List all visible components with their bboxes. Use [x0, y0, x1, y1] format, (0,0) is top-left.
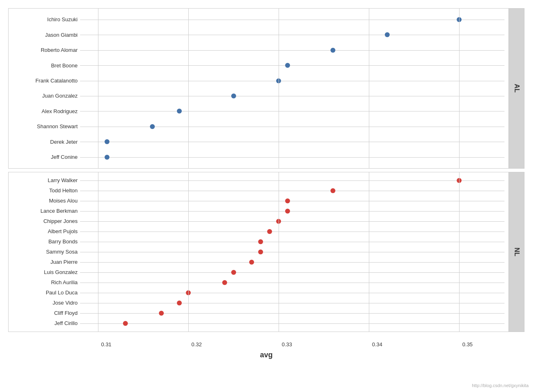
- player-name: Roberto Alomar: [9, 47, 80, 53]
- x-tick-label: 0.32: [192, 341, 202, 347]
- player-name: Barry Bonds: [9, 238, 80, 245]
- data-dot: [105, 139, 109, 144]
- player-name: Lance Berkman: [9, 208, 80, 214]
- player-name: Bret Boone: [9, 62, 80, 69]
- data-dot: [231, 94, 236, 98]
- player-name: Albert Pujols: [9, 228, 80, 234]
- player-name: Cliff Floyd: [9, 310, 80, 316]
- row-line-area: [80, 119, 504, 134]
- row-line: [80, 157, 504, 158]
- rows-container: Ichiro SuzukiJason GiambiRoberto AlomarB…: [9, 12, 504, 165]
- row-line-area: [80, 318, 504, 328]
- player-name: Jeff Conine: [9, 154, 80, 160]
- row-line: [80, 211, 504, 212]
- table-row: Jose Vidro: [9, 298, 504, 308]
- data-dot: [177, 301, 182, 305]
- player-name: Juan Gonzalez: [9, 93, 80, 99]
- table-row: Shannon Stewart: [9, 119, 504, 134]
- data-dot: [285, 63, 290, 68]
- panel-strip-label-NL: NL: [513, 247, 520, 256]
- row-line-area: [80, 206, 504, 216]
- row-line-area: [80, 27, 504, 42]
- player-name: Moises Alou: [9, 198, 80, 204]
- table-row: Albert Pujols: [9, 226, 504, 236]
- table-row: Juan Pierre: [9, 257, 504, 267]
- data-dot: [285, 209, 290, 214]
- data-dot: [123, 321, 128, 326]
- table-row: Frank Catalanotto: [9, 73, 504, 88]
- table-row: Cliff Floyd: [9, 308, 504, 318]
- row-line-area: [80, 58, 504, 73]
- row-line: [80, 111, 504, 111]
- table-row: Jason Giambi: [9, 27, 504, 42]
- data-dot: [231, 270, 236, 275]
- table-row: Chipper Jones: [9, 216, 504, 226]
- row-line-area: [80, 277, 504, 287]
- table-row: Barry Bonds: [9, 236, 504, 247]
- table-row: Rich Aurilia: [9, 277, 504, 287]
- data-dot: [285, 198, 290, 203]
- x-ticks: 0.310.320.330.340.35: [8, 338, 524, 347]
- panel-NL: Larry WalkerTodd HeltonMoises AlouLance …: [8, 172, 524, 332]
- row-line: [80, 65, 504, 66]
- data-dot: [385, 32, 390, 37]
- row-line: [80, 127, 504, 127]
- row-line: [80, 293, 504, 293]
- player-name: Todd Helton: [9, 187, 80, 194]
- row-line-area: [80, 12, 504, 27]
- row-line: [80, 191, 504, 191]
- x-tick-label: 0.31: [101, 341, 112, 347]
- row-line-area: [80, 73, 504, 88]
- panel-strip-NL: NL: [509, 172, 524, 332]
- table-row: Lance Berkman: [9, 206, 504, 216]
- row-line-area: [80, 226, 504, 236]
- x-axis-area: 0.310.320.330.340.35 avg: [8, 338, 524, 359]
- player-name: Shannon Stewart: [9, 123, 80, 129]
- table-row: Roberto Alomar: [9, 42, 504, 58]
- player-name: Jason Giambi: [9, 32, 80, 38]
- row-line: [80, 323, 504, 324]
- data-dot: [276, 78, 281, 83]
- row-line-area: [80, 267, 504, 277]
- panel-AL: Ichiro SuzukiJason GiambiRoberto AlomarB…: [8, 8, 524, 169]
- player-name: Rich Aurilia: [9, 279, 80, 285]
- x-tick-label: 0.33: [282, 341, 292, 347]
- data-dot: [186, 290, 191, 295]
- table-row: Sammy Sosa: [9, 247, 504, 257]
- player-name: Derek Jeter: [9, 139, 80, 145]
- row-line: [80, 201, 504, 201]
- watermark: http://blog.csdn.net/gxynikita: [472, 383, 529, 388]
- player-name: Sammy Sosa: [9, 249, 80, 255]
- data-dot: [330, 48, 335, 53]
- chart-container: name Ichiro SuzukiJason GiambiRoberto Al…: [0, 0, 549, 392]
- row-line: [80, 283, 504, 283]
- row-line: [80, 180, 504, 181]
- player-name: Ichiro Suzuki: [9, 16, 80, 22]
- row-line-area: [80, 196, 504, 206]
- table-row: Jeff Cirillo: [9, 318, 504, 328]
- data-dot: [150, 124, 155, 129]
- player-name: Chipper Jones: [9, 218, 80, 224]
- table-row: Luis Gonzalez: [9, 267, 504, 277]
- data-dot: [258, 239, 263, 244]
- table-row: Alex Rodriguez: [9, 104, 504, 119]
- table-row: Larry Walker: [9, 176, 504, 186]
- player-name: Alex Rodriguez: [9, 108, 80, 114]
- table-row: Paul Lo Duca: [9, 287, 504, 298]
- row-line: [80, 313, 504, 314]
- row-line-area: [80, 42, 504, 58]
- player-name: Jeff Cirillo: [9, 320, 80, 326]
- data-dot: [267, 229, 272, 234]
- panel-plot-NL: Larry WalkerTodd HeltonMoises AlouLance …: [9, 172, 509, 332]
- data-dot: [177, 109, 182, 114]
- player-name: Larry Walker: [9, 177, 80, 183]
- row-line-area: [80, 88, 504, 103]
- row-line-area: [80, 308, 504, 318]
- player-name: Luis Gonzalez: [9, 269, 80, 275]
- row-line-area: [80, 149, 504, 165]
- row-line: [80, 242, 504, 242]
- table-row: Derek Jeter: [9, 134, 504, 149]
- data-dot: [249, 260, 254, 265]
- row-line-area: [80, 236, 504, 247]
- table-row: Ichiro Suzuki: [9, 12, 504, 27]
